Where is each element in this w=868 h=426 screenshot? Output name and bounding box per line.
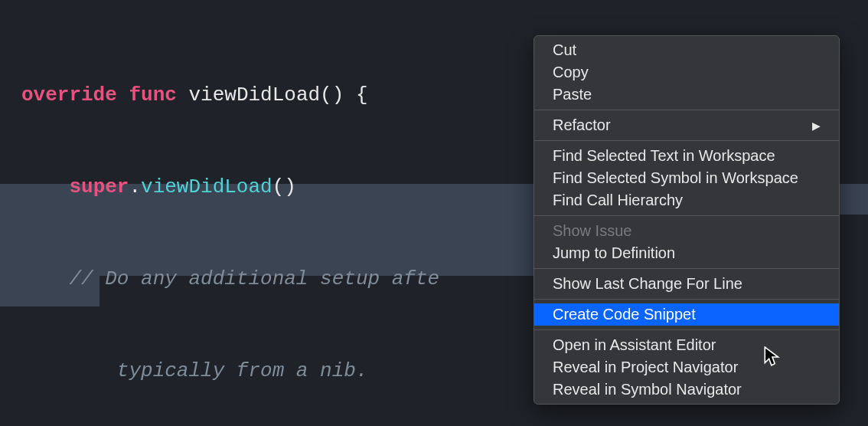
menu-label: Refactor [553,116,611,134]
menu-item-reveal-in-symbol[interactable]: Reveal in Symbol Navigator [534,378,839,401]
menu-label: Find Call Hierarchy [553,192,683,209]
menu-label: Show Last Change For Line [553,275,742,293]
menu-label: Find Selected Text in Workspace [553,147,775,165]
func-name: viewDidLoad [188,84,320,106]
menu-item-cut[interactable]: Cut [534,39,839,61]
selection-highlight [0,215,536,245]
menu-item-refactor[interactable]: Refactor ▶ [534,114,839,136]
menu-item-create-code-snippet[interactable]: Create Code Snippet [534,303,839,326]
menu-separator [534,110,839,110]
menu-label: Jump to Definition [553,244,675,262]
menu-item-copy[interactable]: Copy [534,61,839,84]
menu-label: Copy [553,64,589,81]
keyword-override: override [21,84,117,106]
menu-separator [534,268,839,269]
context-menu: Cut Copy Paste Refactor ▶ Find Selected … [534,35,840,405]
menu-separator [534,329,839,330]
comment-text: typically from a nib. [117,359,368,382]
menu-item-find-selected-text[interactable]: Find Selected Text in Workspace [534,145,839,167]
menu-item-open-in-assistant[interactable]: Open in Assistant Editor [534,334,839,356]
keyword-super: super [69,175,129,198]
menu-item-find-selected-symbol[interactable]: Find Selected Symbol in Workspace [534,167,839,189]
menu-label: Create Code Snippet [553,306,696,323]
menu-separator [534,140,839,141]
menu-item-show-last-change[interactable]: Show Last Change For Line [534,273,839,295]
menu-item-reveal-in-project[interactable]: Reveal in Project Navigator [534,356,839,378]
method-call: viewDidLoad [141,175,272,198]
menu-item-paste[interactable]: Paste [534,84,839,106]
menu-separator [534,215,839,216]
menu-label: Open in Assistant Editor [553,336,716,354]
submenu-arrow-icon: ▶ [812,120,821,132]
menu-item-jump-to-definition[interactable]: Jump to Definition [534,242,839,264]
menu-label: Reveal in Project Navigator [553,359,738,376]
keyword-func: func [129,84,176,106]
comment-text: // Do any additional setup afte [69,267,439,290]
menu-separator [534,299,839,300]
menu-label: Reveal in Symbol Navigator [553,381,742,398]
menu-label: Find Selected Symbol in Workspace [553,169,798,187]
menu-label: Show Issue [553,222,631,240]
menu-label: Cut [553,41,576,59]
menu-item-find-call-hierarchy[interactable]: Find Call Hierarchy [534,189,839,211]
menu-item-show-issue: Show Issue [534,220,839,242]
menu-label: Paste [553,86,592,103]
